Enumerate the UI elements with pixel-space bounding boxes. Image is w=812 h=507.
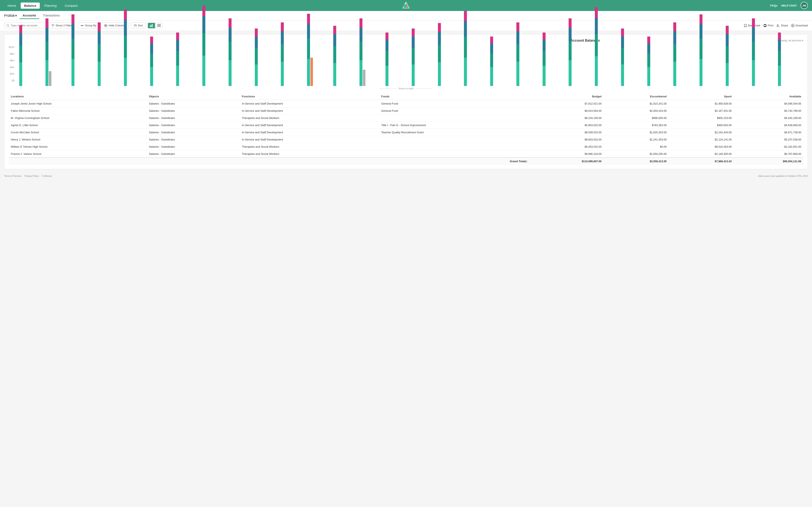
faqs-link[interactable]: FAQs <box>770 4 777 7</box>
bar-stack <box>595 7 598 86</box>
bar-stack <box>569 18 571 86</box>
bar-group[interactable] <box>176 33 202 86</box>
totals-label: Grand Totals: <box>9 158 529 165</box>
bar-group[interactable] <box>98 22 123 86</box>
bar-segment <box>621 37 624 48</box>
bar-stack-extra <box>49 71 51 86</box>
bar-group[interactable] <box>71 14 97 86</box>
table-cell: $2,124,141.00 <box>669 136 734 143</box>
nav-balance[interactable]: Balance <box>21 3 40 9</box>
table-cell <box>379 136 530 143</box>
table-view-button[interactable] <box>155 23 163 28</box>
table-cell: $9,966,316.00 <box>529 151 604 158</box>
bar-stack <box>412 29 415 86</box>
bar-group[interactable] <box>202 5 228 86</box>
svg-rect-23 <box>157 26 161 27</box>
bar-group[interactable] <box>673 22 699 86</box>
bar-segment <box>281 44 284 62</box>
top-nav: Home Balance Planning Compare FAQs HELP … <box>0 0 812 11</box>
table-cell: $4,639,666.00 <box>734 122 803 129</box>
bar-group[interactable] <box>386 33 411 86</box>
bar-group[interactable] <box>229 18 254 86</box>
sub-nav: FY2016 ▾ Accounts Transactions <box>0 11 812 20</box>
table-cell: $1,050,205.00 <box>604 151 669 158</box>
bar-group[interactable] <box>359 18 385 86</box>
bar-group[interactable] <box>333 26 359 86</box>
tab-transactions[interactable]: Transactions <box>40 12 63 19</box>
bar-segment <box>98 62 101 86</box>
nav-planning[interactable]: Planning <box>41 3 60 9</box>
table-cell: In-Service and Staff Development <box>240 129 379 136</box>
table-cell: M. Virginia Cunningham School <box>9 114 147 122</box>
table-cell: $1,950,636.00 <box>669 100 734 107</box>
bar-group[interactable] <box>569 18 594 86</box>
bar-group[interactable] <box>516 22 542 86</box>
bar-segment <box>543 33 546 40</box>
bar-segment <box>673 31 676 44</box>
bar-segment <box>386 40 389 51</box>
bar-group[interactable] <box>464 11 489 86</box>
bar-segment <box>726 46 729 63</box>
bar-group[interactable] <box>281 22 306 86</box>
table-cell: Salaries - Substitutes <box>147 143 240 151</box>
bar-group[interactable] <box>726 26 751 86</box>
table-cell: $2,167,351.00 <box>669 107 734 114</box>
nav-compare[interactable]: Compare <box>61 3 81 9</box>
bar-stack <box>19 25 22 86</box>
table-row: Fallon Memorial SchoolSalaries - Substit… <box>9 107 803 114</box>
bar-segment <box>595 7 598 18</box>
fy-selector[interactable]: FY2016 ▾ <box>4 14 17 17</box>
bar-segment <box>647 67 650 86</box>
download-action[interactable]: Download <box>791 24 808 27</box>
user-avatar[interactable]: JM <box>801 2 808 9</box>
table-row: Curvin-McCabe SchoolSalaries - Substitut… <box>9 129 803 136</box>
bar-group[interactable] <box>19 25 45 86</box>
bar-group[interactable] <box>752 18 777 86</box>
bar-segment <box>307 39 310 59</box>
bar-segment <box>359 41 362 60</box>
help-chat-link[interactable]: HELP CHAT <box>781 4 797 7</box>
bar-segment <box>150 43 153 53</box>
share-action[interactable]: Share <box>776 24 788 27</box>
bar-segment <box>516 62 519 86</box>
bar-stack <box>176 33 179 86</box>
bar-group[interactable] <box>621 29 647 86</box>
terms-link[interactable]: Terms of Service <box>4 175 21 177</box>
bar-stack <box>543 33 546 86</box>
bar-stack <box>98 22 101 86</box>
bar-segment <box>412 64 415 86</box>
bar-segment <box>778 40 781 51</box>
tab-accounts[interactable]: Accounts <box>20 12 39 19</box>
bar-group[interactable] <box>124 9 149 86</box>
table-cell: $1,241,353.00 <box>604 136 669 143</box>
bar-group[interactable] <box>647 37 673 86</box>
bar-group[interactable] <box>255 29 280 86</box>
privacy-link[interactable]: Privacy Policy <box>24 175 39 177</box>
bar-segment <box>647 37 650 43</box>
bar-group[interactable] <box>412 29 437 86</box>
bar-group[interactable] <box>438 23 463 86</box>
bar-group[interactable] <box>543 33 568 86</box>
bar-segment <box>700 59 703 86</box>
bar-group[interactable] <box>150 37 175 86</box>
chart-wrapper: $10m$8m$6m$4m$2m$0 <box>9 46 803 86</box>
bar-stack <box>45 18 48 86</box>
y-axis-label: $10m <box>9 46 14 48</box>
footer: Terms of Service Privacy Policy © Allovu… <box>0 173 812 179</box>
bar-segment <box>516 31 519 44</box>
bar-segment <box>359 18 362 28</box>
bar-segment <box>281 31 284 44</box>
table-cell: Salaries - Substitutes <box>147 107 240 114</box>
bar-group[interactable] <box>595 7 620 86</box>
nav-home[interactable]: Home <box>4 3 19 9</box>
bar-group[interactable] <box>45 18 71 86</box>
bar-segment <box>700 14 703 24</box>
table-cell: Salaries - Substitutes <box>147 122 240 129</box>
bar-group[interactable] <box>700 14 725 86</box>
bar-group[interactable] <box>778 33 803 86</box>
bar-segment <box>647 53 650 67</box>
bar-group[interactable] <box>307 14 333 86</box>
bar-segment <box>438 62 441 86</box>
bar-group[interactable] <box>490 37 515 86</box>
totals-row: Grand Totals: $110,089,067.00 $3,558,413… <box>9 158 803 165</box>
